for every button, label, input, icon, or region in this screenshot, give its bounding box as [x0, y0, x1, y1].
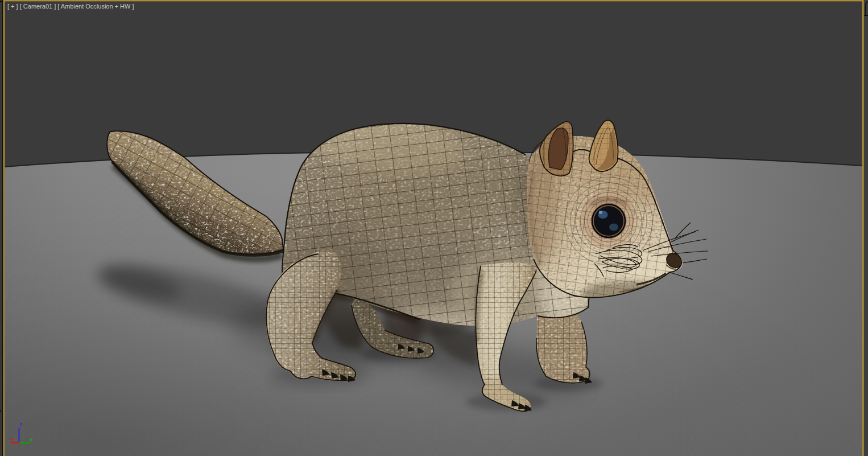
svg-text:x: x — [11, 436, 14, 442]
svg-text:y: y — [30, 436, 33, 442]
svg-text:z: z — [19, 421, 23, 428]
svg-text:[ + ] [ Camera01 ] [ Ambient O: [ + ] [ Camera01 ] [ Ambient Occlusion +… — [7, 3, 134, 10]
